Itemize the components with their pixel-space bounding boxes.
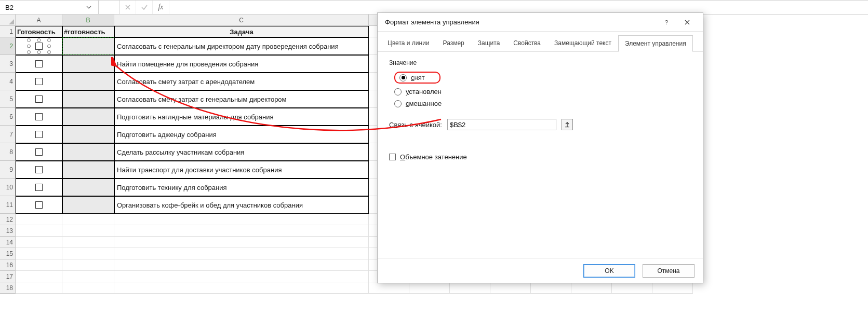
radio-mixed[interactable] [394, 100, 402, 107]
cell-b9[interactable] [62, 161, 114, 179]
radio-on[interactable] [394, 88, 402, 95]
cell-c11[interactable]: Организовать кофе-брейк и обед для участ… [114, 196, 369, 214]
checkbox-icon[interactable] [35, 60, 43, 67]
cell-a7[interactable] [16, 126, 62, 143]
cell-c10[interactable]: Подготовить технику для собрания [114, 179, 369, 196]
shadow-checkbox[interactable] [389, 154, 396, 160]
fx-icon[interactable]: fx [153, 1, 169, 14]
checkbox-icon[interactable] [35, 95, 43, 103]
cell-link-input[interactable] [447, 119, 556, 130]
checkbox-icon[interactable] [35, 166, 43, 173]
empty-cell[interactable] [612, 282, 652, 294]
cell-a11[interactable] [16, 196, 62, 214]
cell-c6[interactable]: Подготовить наглядные материалы для собр… [114, 108, 369, 126]
row-header[interactable]: 1 [0, 26, 16, 37]
col-header[interactable]: A [16, 15, 62, 26]
cell-c7[interactable]: Подготовить адженду собрания [114, 126, 369, 143]
dialog-close-icon[interactable] [677, 13, 698, 31]
empty-cell[interactable] [114, 259, 369, 271]
empty-cell[interactable] [16, 225, 62, 237]
cell-b11[interactable] [62, 196, 114, 214]
checkbox-icon[interactable] [35, 43, 43, 50]
empty-cell[interactable] [16, 237, 62, 248]
cell-c8[interactable]: Сделать рассылку участникам собрания [114, 143, 369, 161]
empty-cell[interactable] [62, 225, 114, 237]
row-header[interactable]: 4 [0, 73, 16, 90]
cell-a2[interactable] [16, 37, 62, 55]
cancel-formula-icon[interactable] [119, 1, 136, 14]
empty-cell[interactable] [62, 214, 114, 225]
dialog-tab[interactable]: Цвета и линии [381, 35, 436, 51]
dialog-help-icon[interactable]: ? [656, 13, 677, 31]
dialog-tab[interactable]: Размер [436, 35, 471, 51]
row-header[interactable]: 2 [0, 37, 16, 55]
checkbox-icon[interactable] [35, 113, 43, 120]
formula-input[interactable] [172, 3, 865, 12]
cell-b10[interactable] [62, 179, 114, 196]
empty-cell[interactable] [16, 248, 62, 259]
row-header[interactable]: 17 [0, 271, 16, 282]
cell-a8[interactable] [16, 143, 62, 161]
dialog-tab[interactable]: Защита [471, 35, 507, 51]
dialog-tab[interactable]: Элемент управления [618, 35, 693, 52]
empty-cell[interactable] [62, 282, 114, 294]
ok-button[interactable]: OK [583, 264, 635, 278]
empty-cell[interactable] [62, 248, 114, 259]
cell-b4[interactable] [62, 73, 114, 90]
name-box-dropdown-icon[interactable] [84, 1, 94, 14]
col-header[interactable]: B [62, 15, 114, 26]
empty-cell[interactable] [114, 225, 369, 237]
cell-a10[interactable] [16, 179, 62, 196]
cell-a4[interactable] [16, 73, 62, 90]
row-header[interactable]: 14 [0, 237, 16, 248]
checkbox-icon[interactable] [35, 148, 43, 156]
name-box[interactable] [0, 1, 99, 14]
radio-off[interactable] [399, 74, 407, 81]
empty-cell[interactable] [450, 282, 490, 294]
empty-cell[interactable] [490, 282, 531, 294]
dialog-tab[interactable]: Замещающий текст [547, 35, 618, 51]
cell-c4[interactable]: Согласовать смету затрат с арендодателем [114, 73, 369, 90]
row-header[interactable]: 6 [0, 108, 16, 126]
cell-c9[interactable]: Найти транспорт для доставки участников … [114, 161, 369, 179]
row-header[interactable]: 15 [0, 248, 16, 259]
empty-cell[interactable] [16, 282, 62, 294]
empty-cell[interactable] [114, 248, 369, 259]
col-header[interactable]: C [114, 15, 369, 26]
empty-cell[interactable] [62, 271, 114, 282]
row-header[interactable]: 13 [0, 225, 16, 237]
cell-a9[interactable] [16, 161, 62, 179]
dialog-tab[interactable]: Свойства [506, 35, 547, 51]
cancel-button[interactable]: Отмена [643, 264, 695, 278]
checkbox-icon[interactable] [35, 78, 43, 85]
cell-b2[interactable] [62, 37, 114, 55]
cell-c2[interactable]: Согласовать с генеральным директором дат… [114, 37, 369, 55]
row-header[interactable]: 9 [0, 161, 16, 179]
row-header[interactable]: 18 [0, 282, 16, 294]
name-box-input[interactable] [4, 3, 84, 12]
cell-c5[interactable]: Согласовать смету затрат с генеральным д… [114, 90, 369, 108]
empty-cell[interactable] [571, 282, 612, 294]
checkbox-icon[interactable] [35, 201, 43, 209]
empty-cell[interactable] [409, 282, 450, 294]
empty-cell[interactable] [531, 282, 571, 294]
empty-cell[interactable] [16, 259, 62, 271]
empty-cell[interactable] [114, 271, 369, 282]
cell-c3[interactable]: Найти помещение для проведения собрания [114, 55, 369, 73]
cell-b6[interactable] [62, 108, 114, 126]
empty-cell[interactable] [16, 271, 62, 282]
cell-b7[interactable] [62, 126, 114, 143]
row-header[interactable]: 7 [0, 126, 16, 143]
cell-b3[interactable] [62, 55, 114, 73]
cell-a6[interactable] [16, 108, 62, 126]
row-header[interactable]: 8 [0, 143, 16, 161]
accept-formula-icon[interactable] [136, 1, 153, 14]
form-checkbox-selected[interactable] [29, 40, 49, 52]
empty-cell[interactable] [62, 259, 114, 271]
empty-cell[interactable] [16, 214, 62, 225]
dialog-titlebar[interactable]: Формат элемента управления ? [378, 13, 703, 32]
empty-cell[interactable] [114, 237, 369, 248]
select-all-corner[interactable] [0, 15, 16, 26]
row-header[interactable]: 11 [0, 196, 16, 214]
row-header[interactable]: 5 [0, 90, 16, 108]
